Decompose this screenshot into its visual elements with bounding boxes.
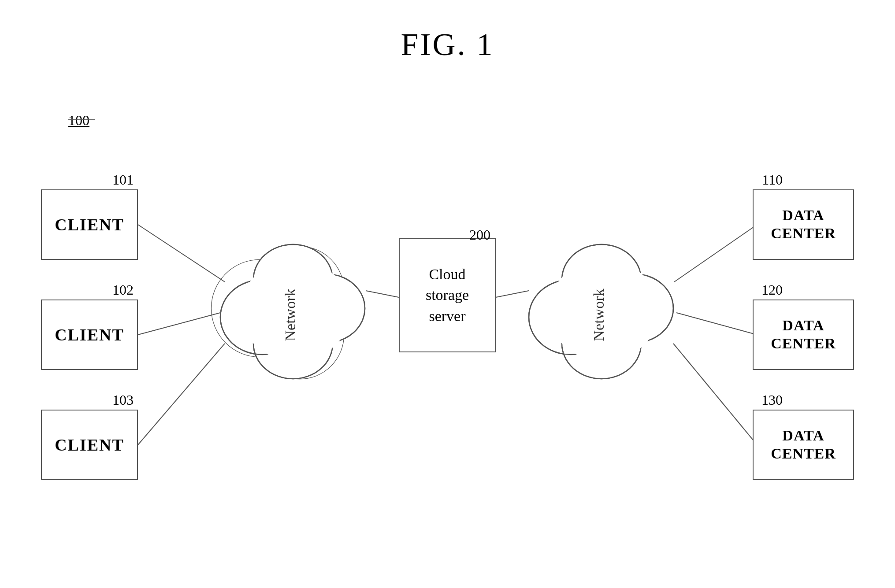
client-101-box: CLIENT (41, 189, 138, 260)
diagram: FIG. 1 100 (0, 0, 895, 588)
svg-point-17 (529, 280, 613, 355)
svg-line-30 (138, 344, 225, 445)
svg-point-7 (253, 244, 333, 315)
ref-110: 110 (762, 172, 783, 188)
svg-line-31 (366, 291, 399, 297)
dc-130-box: DATACENTER (753, 410, 854, 480)
left-cloud-group: Network (220, 244, 365, 379)
client-102-box: CLIENT (41, 300, 138, 370)
svg-point-23 (562, 244, 641, 315)
client-101-label: CLIENT (55, 215, 124, 234)
svg-text:Network: Network (282, 289, 298, 341)
ref-200: 200 (469, 227, 490, 243)
svg-point-24 (562, 308, 641, 379)
svg-line-35 (673, 344, 757, 445)
svg-point-21 (546, 258, 661, 363)
client-103-box: CLIENT (41, 410, 138, 480)
svg-text:Network: Network (590, 289, 607, 341)
client-102-label: CLIENT (55, 325, 124, 344)
ref-102: 102 (112, 282, 134, 298)
svg-point-8 (253, 308, 333, 379)
svg-point-25 (596, 274, 673, 343)
svg-point-14 (287, 274, 365, 343)
ref-103: 103 (112, 392, 134, 408)
svg-point-4 (256, 247, 344, 335)
svg-point-18 (562, 244, 641, 315)
svg-point-3 (212, 260, 308, 357)
svg-point-11 (220, 280, 304, 355)
svg-line-28 (138, 225, 225, 282)
svg-line-34 (676, 313, 757, 335)
system-label: 100 (68, 112, 89, 129)
ref-130: 130 (761, 392, 783, 408)
svg-point-6 (220, 280, 304, 355)
svg-point-15 (240, 260, 350, 361)
svg-line-29 (138, 313, 220, 335)
svg-point-5 (256, 291, 344, 379)
svg-point-22 (529, 280, 613, 355)
svg-point-20 (596, 274, 673, 343)
svg-point-12 (253, 244, 333, 315)
svg-point-13 (253, 308, 333, 379)
svg-point-2 (256, 291, 344, 379)
figure-title: FIG. 1 (401, 26, 494, 63)
svg-point-19 (562, 308, 641, 379)
svg-line-32 (496, 291, 529, 297)
svg-point-10 (238, 258, 353, 363)
svg-point-1 (256, 247, 344, 335)
dc-130-label: DATACENTER (771, 427, 836, 463)
dc-110-label: DATACENTER (771, 207, 836, 243)
ref-120: 120 (761, 282, 783, 298)
svg-point-26 (549, 260, 659, 361)
dc-110-box: DATACENTER (753, 189, 854, 260)
left-network-cloud (212, 247, 344, 379)
server-label: Cloudstorageserver (426, 264, 469, 327)
dc-120-box: DATACENTER (753, 300, 854, 370)
svg-line-33 (674, 225, 757, 282)
svg-point-9 (287, 274, 365, 343)
client-103-label: CLIENT (55, 435, 124, 455)
right-cloud-group: Network (529, 244, 673, 379)
ref-101: 101 (112, 172, 134, 188)
cloud-server-box: Cloudstorageserver (399, 238, 496, 352)
dc-120-label: DATACENTER (771, 317, 836, 353)
svg-point-0 (212, 260, 308, 357)
